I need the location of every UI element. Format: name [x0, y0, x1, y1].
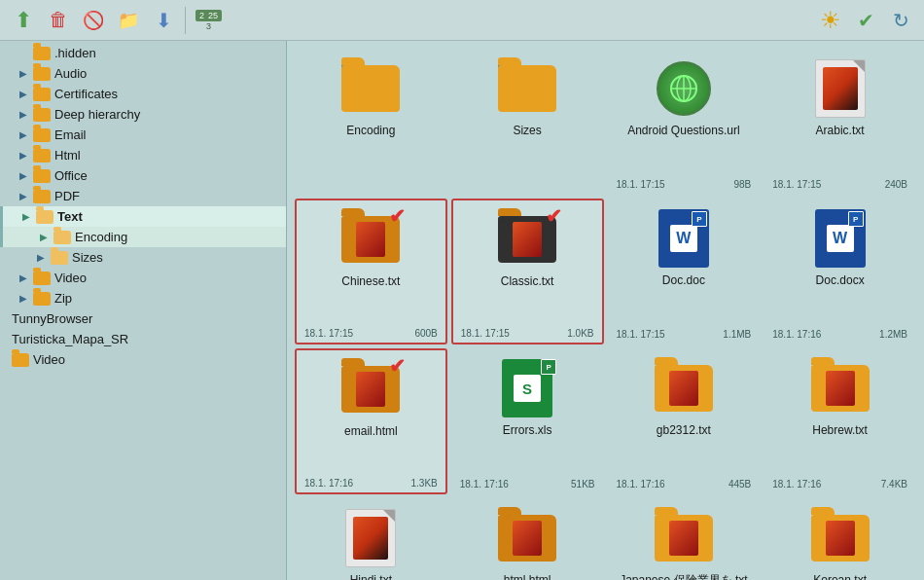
sidebar-item-email[interactable]: ▶ Email — [0, 125, 286, 145]
file-item-gb2312[interactable]: gb2312.txt 18.1. 17:16 445B — [608, 348, 761, 494]
txt-logo — [353, 517, 388, 560]
sidebar-item-video[interactable]: ▶ Video — [0, 268, 286, 288]
folder-icon — [33, 88, 51, 101]
sidebar-item-hidden[interactable]: .hidden — [0, 43, 286, 63]
file-size: 7.4KB — [881, 479, 907, 489]
sidebar-item-encoding[interactable]: ▶ Encoding — [0, 227, 286, 247]
txt-icon — [345, 509, 396, 567]
folder-icon — [811, 365, 870, 412]
folder-icon — [655, 515, 713, 562]
badge-sub: 3 — [206, 21, 211, 31]
file-size: 600B — [414, 328, 437, 339]
file-name: Hindi.txt — [350, 573, 392, 580]
file-item-classic[interactable]: ✔ Classic.txt 18.1. 17:15 1.0KB — [451, 199, 604, 344]
arrow-icon — [18, 48, 29, 59]
delete-button[interactable]: 🗑 — [43, 5, 74, 36]
stop-button[interactable]: 🚫 — [78, 5, 109, 36]
sidebar-item-sizes[interactable]: ▶ Sizes — [0, 247, 286, 268]
check-mark-icon: ✔ — [389, 354, 406, 378]
file-item-email[interactable]: ✔ email.html 18.1. 17:16 1.3KB — [295, 348, 447, 494]
arrow-icon: ▶ — [18, 170, 29, 182]
file-item-arabic[interactable]: Arabic.txt 18.1. 17:15 240B — [764, 49, 916, 195]
file-item-errors[interactable]: P S Errors.xls 18.1. 17:16 51KB — [451, 348, 604, 494]
sidebar-item-tunnybrowser[interactable]: TunnyBrowser — [0, 308, 286, 329]
file-item-hebrew[interactable]: Hebrew.txt 18.1. 17:16 7.4KB — [764, 348, 916, 494]
sidebar-item-html[interactable]: ▶ Html — [0, 145, 286, 165]
arrow-icon: ▶ — [38, 232, 50, 243]
sidebar-item-pdf[interactable]: ▶ PDF — [0, 186, 286, 206]
file-item-hindi[interactable]: Hindi.txt 18.1. 17:16 388B — [295, 498, 447, 580]
up-button[interactable]: ⬆ — [8, 5, 39, 36]
sidebar-label: Html — [54, 148, 81, 163]
sidebar-item-office[interactable]: ▶ Office — [0, 165, 286, 186]
file-name: Doc.doc — [662, 273, 705, 287]
file-date: 18.1. 17:15 — [304, 328, 353, 339]
file-icon-wrap: ✔ — [339, 358, 402, 420]
file-date: 18.1. 17:16 — [772, 479, 821, 489]
copy-button[interactable]: 📁 — [113, 5, 144, 36]
sidebar-item-audio[interactable]: ▶ Audio — [0, 63, 286, 84]
txt-logo — [823, 67, 858, 110]
file-item-chinese[interactable]: ✔ Chinese.txt 18.1. 17:15 600B — [295, 199, 447, 344]
folder-icon — [33, 67, 51, 81]
arrow-icon: ▶ — [18, 109, 29, 121]
sidebar-label: TunnyBrowser — [12, 311, 92, 326]
file-name: Sizes — [513, 124, 541, 137]
sun-button[interactable]: ☀ — [815, 5, 846, 36]
refresh-button[interactable]: ↻ — [885, 5, 916, 36]
sidebar-item-certificates[interactable]: ▶ Certificates — [0, 84, 286, 104]
file-item-android[interactable]: Android Questions.url 18.1. 17:15 98B — [608, 49, 761, 195]
sidebar-label: Deep hierarchy — [54, 107, 140, 122]
file-date: 18.1. 17:15 — [772, 179, 821, 190]
docx-icon: P W — [815, 209, 866, 268]
file-item-sizes[interactable]: ▶ Sizes — [451, 49, 604, 195]
file-icon-wrap — [809, 357, 871, 419]
sidebar-item-text[interactable]: ▶ Text — [0, 206, 286, 227]
file-icon-wrap: P W — [653, 207, 715, 270]
file-meta: 18.1. 17:16 7.4KB — [768, 479, 911, 489]
file-item-korean[interactable]: Korean.txt 18.1. 17:16 638B — [764, 498, 916, 580]
folder-icon — [33, 272, 51, 285]
separator — [185, 7, 186, 34]
file-item-docx[interactable]: P W Doc.docx 18.1. 17:16 1.2MB — [764, 199, 916, 344]
check-mark-icon: ✔ — [389, 204, 406, 228]
file-size: 1.3KB — [411, 478, 438, 489]
file-name: Arabic.txt — [816, 124, 865, 137]
file-name: Errors.xls — [503, 423, 552, 437]
badge-box: 2 25 — [195, 10, 222, 21]
txt-icon — [815, 59, 866, 118]
word-badge: W — [827, 225, 854, 252]
file-item-japanese[interactable]: Japanese 保険業界を.txt 18.1. 17:16 0.90KB — [608, 498, 761, 580]
word-badge: W — [670, 225, 697, 252]
sidebar-item-turisticka[interactable]: Turisticka_Mapa_SR — [0, 329, 286, 349]
file-date: 18.1. 17:15 — [617, 329, 665, 340]
file-date: 18.1. 17:16 — [617, 479, 665, 489]
folder-icon — [33, 128, 51, 142]
file-item-htmlhtml[interactable]: html.html 18.1. 17:16 30KB — [451, 498, 604, 580]
check-button[interactable]: ✔ — [850, 5, 881, 36]
file-size: 1.1MB — [723, 329, 751, 340]
file-name: Android Questions.url — [627, 124, 739, 137]
file-icon-wrap: ▶ — [339, 57, 402, 120]
file-icon-wrap — [653, 57, 715, 120]
file-icon-wrap — [653, 507, 715, 569]
sidebar-item-deep-hierarchy[interactable]: ▶ Deep hierarchy — [0, 104, 286, 125]
download-button[interactable]: ⬇ — [148, 5, 179, 36]
arrow-icon: ▶ — [18, 191, 29, 202]
file-icon-wrap — [653, 357, 715, 419]
copy-icon: 📁 — [118, 10, 139, 31]
sidebar-label: Video — [33, 352, 65, 367]
sidebar: .hidden ▶ Audio ▶ Certificates ▶ Deep hi… — [0, 41, 287, 580]
arrow-icon: ▶ — [18, 129, 29, 141]
badge-count2: 25 — [208, 11, 218, 20]
file-item-encoding[interactable]: ▶ Encoding — [295, 49, 447, 195]
check-icon: ✔ — [858, 9, 874, 32]
sidebar-item-zip[interactable]: ▶ Zip — [0, 288, 286, 308]
file-icon-wrap: ✔ — [339, 208, 402, 271]
file-item-doc[interactable]: P W Doc.doc 18.1. 17:15 1.1MB — [608, 199, 761, 344]
file-name: Korean.txt — [813, 573, 867, 580]
file-meta: 18.1. 17:15 1.0KB — [457, 328, 598, 339]
folder-icon — [655, 365, 713, 412]
folder-icon — [33, 190, 51, 203]
sidebar-item-video2[interactable]: Video — [0, 349, 286, 370]
